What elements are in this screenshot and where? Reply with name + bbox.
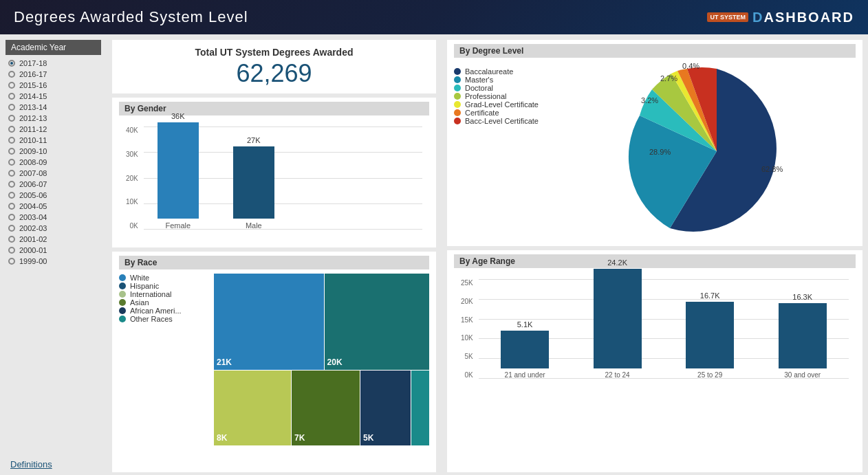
sidebar-year-label: 2015-16: [19, 81, 47, 89]
radio-dot: [8, 82, 15, 89]
pie-label-32: 3.2%: [641, 96, 658, 104]
pie-label-289: 28.9%: [649, 148, 671, 156]
professional-dot: [454, 93, 461, 100]
bar-male-bar: [233, 146, 274, 219]
right-panel: By Degree Level Baccalaureate Master's D…: [442, 34, 868, 475]
bar-male-value: 27K: [247, 136, 261, 144]
asian-label: Asian: [130, 298, 149, 307]
age-bar-25to29: 16.7K 25 to 29: [686, 291, 734, 379]
radio-dot: [8, 258, 15, 265]
sidebar-year-label: 2010-11: [19, 136, 47, 144]
sidebar-year-item[interactable]: 2015-16: [6, 80, 101, 91]
age-25to29-label: 25 to 29: [697, 371, 722, 379]
race-legend: White Hispanic International Asian: [119, 274, 208, 445]
sidebar-year-item[interactable]: 2006-07: [6, 179, 101, 190]
age-22to24-label: 22 to 24: [605, 371, 630, 379]
treemap-white: 21K: [214, 274, 324, 370]
bar-male: 27K Male: [233, 136, 274, 230]
age-30over-value: 16.3K: [792, 293, 812, 301]
center-panel: Total UT System Degrees Awarded 62,269 B…: [107, 34, 442, 475]
sidebar-year-item[interactable]: 2003-04: [6, 212, 101, 223]
gender-bars: 36K Female 27K Male: [158, 112, 274, 230]
masters-dot: [454, 76, 461, 83]
hispanic-dot: [119, 283, 126, 289]
age-21under-bar: [501, 331, 549, 368]
sidebar-year-item[interactable]: 2011-12: [6, 124, 101, 135]
sidebar-year-item[interactable]: 2017-18: [6, 58, 101, 69]
bar-female-bar: [158, 122, 199, 219]
sidebar-year-item[interactable]: 2002-03: [6, 223, 101, 234]
age-bars: 5.1K 21 and under 24.2K 22 to 24 16.7K: [479, 258, 849, 379]
sidebar-year-item[interactable]: 2012-13: [6, 113, 101, 124]
white-label: White: [130, 274, 149, 282]
race-legend-african: African Ameri...: [119, 307, 208, 315]
bacc-label: Baccalaureate: [465, 67, 513, 76]
sidebar-year-label: 2014-15: [19, 92, 47, 100]
bar-female-label: Female: [165, 221, 191, 230]
race-legend-white: White: [119, 274, 208, 282]
y-axis-30k: 30K: [126, 151, 138, 158]
degree-legend-gradcert: Grad-Level Certificate: [454, 100, 578, 109]
pie-container: 62.8% 28.9% 3.2% 2.7% 0.4%: [578, 62, 856, 241]
sidebar-year-item[interactable]: 2007-08: [6, 168, 101, 179]
bar-male-label: Male: [246, 221, 262, 230]
race-legend-international: International: [119, 290, 208, 298]
sidebar-year-label: 2008-09: [19, 158, 47, 166]
asian-dot: [119, 299, 126, 306]
gradcert-label: Grad-Level Certificate: [465, 100, 539, 109]
age-y-5k: 5K: [465, 353, 473, 360]
race-section: By Race White Hispanic International: [112, 252, 436, 472]
sidebar-year-item[interactable]: 2016-17: [6, 69, 101, 80]
radio-dot: [8, 115, 15, 122]
bacc-dot: [454, 68, 461, 75]
degree-legend-bacc: Baccalaureate: [454, 67, 578, 76]
degree-legend-bacccert: Bacc-Level Certificate: [454, 117, 578, 125]
bacccert-dot: [454, 118, 461, 124]
sidebar-year-item[interactable]: 2001-02: [6, 234, 101, 245]
asian-value: 7K: [294, 433, 305, 443]
sidebar-year-label: 2007-08: [19, 169, 47, 177]
radio-dot: [8, 137, 15, 144]
radio-dot: [8, 181, 15, 188]
sidebar-year-item[interactable]: 2005-06: [6, 190, 101, 201]
sidebar-year-label: 2000-01: [19, 246, 47, 254]
radio-dot: [8, 225, 15, 232]
race-legend-other: Other Races: [119, 315, 208, 323]
sidebar-year-item[interactable]: 2009-10: [6, 146, 101, 157]
sidebar-year-item[interactable]: 2000-01: [6, 245, 101, 256]
african-label: African Ameri...: [130, 307, 182, 315]
definitions-link[interactable]: Definitions: [10, 459, 52, 470]
other-label: Other Races: [130, 315, 173, 323]
sidebar-year-item[interactable]: 2004-05: [6, 201, 101, 212]
sidebar-year-item[interactable]: 2013-14: [6, 102, 101, 113]
international-label: International: [130, 290, 172, 298]
sidebar-year-item[interactable]: 1999-00: [6, 256, 101, 267]
radio-dot: [8, 126, 15, 133]
bar-female: 36K Female: [158, 112, 199, 230]
radio-dot: [8, 192, 15, 199]
other-dot: [119, 316, 126, 322]
header: Degrees Awarded System Level UT SYSTEM D…: [0, 0, 868, 34]
age-22to24-bar: [594, 269, 642, 368]
hispanic-value: 20K: [327, 357, 343, 367]
sidebar-year-label: 2002-03: [19, 224, 47, 232]
sidebar-year-item[interactable]: 2014-15: [6, 91, 101, 102]
race-legend-asian: Asian: [119, 298, 208, 307]
sidebar-year-label: 2009-10: [19, 147, 47, 155]
degree-title: By Degree Level: [454, 44, 856, 58]
sidebar-year-item[interactable]: 2010-11: [6, 135, 101, 146]
race-title: By Race: [119, 256, 429, 269]
sidebar-year-label: 2001-02: [19, 235, 47, 243]
white-value: 21K: [217, 357, 232, 367]
age-21under-label: 21 and under: [505, 371, 545, 379]
sidebar-years-list: 2017-182016-172015-162014-152013-142012-…: [6, 58, 101, 267]
age-22to24-value: 24.2K: [607, 258, 627, 267]
age-30over-bar: [779, 303, 827, 368]
age-y-10k: 10K: [461, 334, 473, 342]
sidebar-year-label: 2006-07: [19, 180, 47, 188]
treemap-other: [411, 371, 429, 445]
radio-dot: [8, 214, 15, 221]
age-y-20k: 20K: [461, 298, 473, 305]
degree-legend: Baccalaureate Master's Doctoral Professi…: [454, 62, 578, 241]
sidebar-year-item[interactable]: 2008-09: [6, 157, 101, 168]
